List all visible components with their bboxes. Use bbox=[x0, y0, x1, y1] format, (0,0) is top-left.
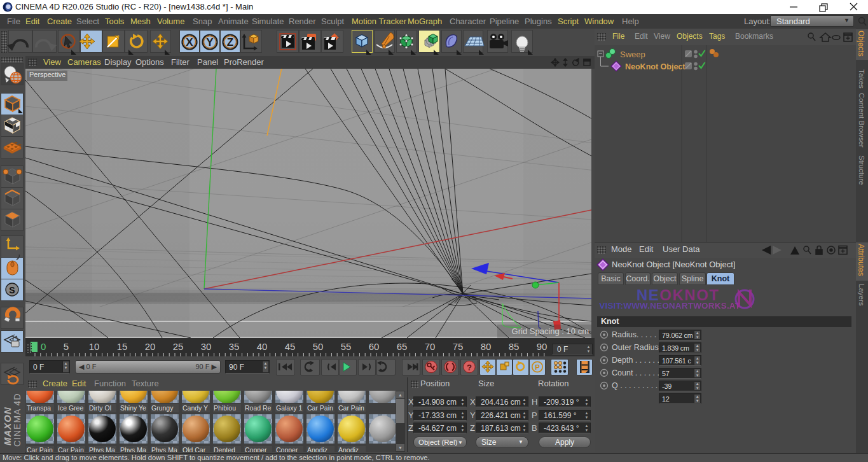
svg-text:55: 55 bbox=[341, 341, 352, 352]
svg-text:5: 5 bbox=[64, 341, 69, 352]
svg-text:Radius. . . . . .: Radius. . . . . . bbox=[612, 330, 661, 339]
svg-text:Depth . . . . . .: Depth . . . . . . bbox=[612, 356, 659, 365]
svg-text:Count . . . . . .: Count . . . . . . bbox=[612, 368, 659, 377]
svg-text:25: 25 bbox=[173, 341, 184, 352]
svg-text:45: 45 bbox=[285, 341, 296, 352]
svg-text:35: 35 bbox=[229, 341, 240, 352]
svg-text:X: X bbox=[186, 36, 193, 48]
svg-text:Sweep: Sweep bbox=[620, 50, 645, 59]
svg-text:10: 10 bbox=[89, 341, 100, 352]
svg-text:0: 0 bbox=[41, 341, 46, 352]
svg-text:90: 90 bbox=[537, 341, 548, 352]
svg-text:80: 80 bbox=[481, 341, 492, 352]
svg-text:15: 15 bbox=[117, 341, 128, 352]
svg-text:Q . . . . . . . . . .: Q . . . . . . . . . . bbox=[612, 381, 662, 390]
svg-text:70: 70 bbox=[425, 341, 436, 352]
svg-text:NeoKnot Object: NeoKnot Object bbox=[625, 62, 685, 71]
svg-text:75: 75 bbox=[453, 341, 464, 352]
svg-text:40: 40 bbox=[257, 341, 268, 352]
svg-text:85: 85 bbox=[509, 341, 520, 352]
svg-text:20: 20 bbox=[145, 341, 156, 352]
svg-text:Y: Y bbox=[206, 36, 214, 48]
svg-text:60: 60 bbox=[369, 341, 380, 352]
svg-text:P: P bbox=[535, 363, 540, 371]
svg-text:S: S bbox=[9, 285, 15, 295]
svg-text:50: 50 bbox=[313, 341, 324, 352]
svg-text:Z: Z bbox=[227, 36, 233, 48]
svg-text:65: 65 bbox=[397, 341, 408, 352]
svg-text:?: ? bbox=[467, 363, 472, 372]
svg-text:Grid Spacing : 10 cm: Grid Spacing : 10 cm bbox=[512, 326, 589, 336]
svg-text:30: 30 bbox=[201, 341, 212, 352]
svg-text:Outer Radius: Outer Radius bbox=[612, 343, 659, 352]
